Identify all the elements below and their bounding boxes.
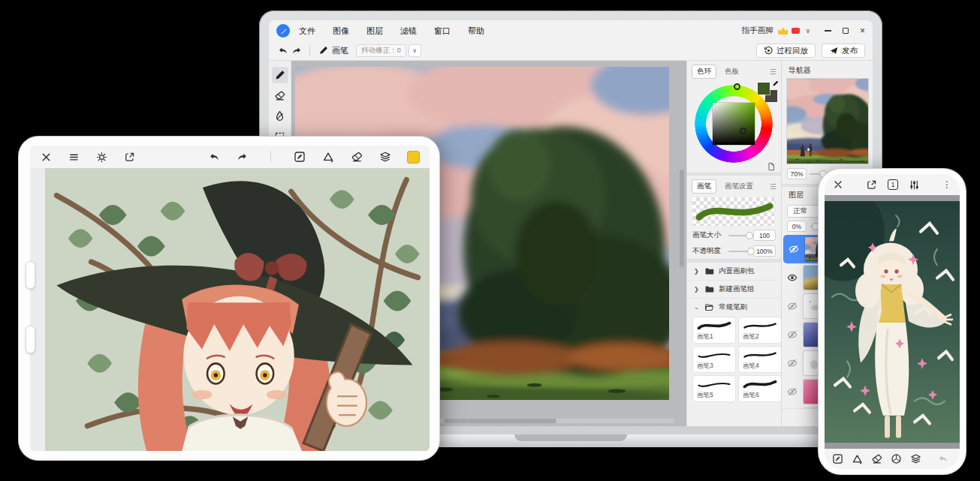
tablet-device: [19, 137, 439, 460]
hue-selector[interactable]: [734, 83, 740, 90]
canvas-gutter: [30, 168, 45, 451]
quick-toolbar: 画笔 抖动修正：0 ∨ 过程回放 发布: [269, 41, 873, 61]
toolbar-divider: [270, 152, 271, 162]
brush-opacity-slider[interactable]: [728, 251, 749, 252]
menu-window[interactable]: 窗口: [434, 26, 451, 37]
layers-icon[interactable]: [379, 151, 391, 163]
undo-icon[interactable]: [209, 152, 220, 163]
phone-bottom-toolbar: [825, 449, 960, 469]
tab-color-swatches[interactable]: 色板: [719, 65, 744, 79]
brush-card-6[interactable]: 画笔6: [739, 376, 781, 401]
current-color-swatch[interactable]: [408, 152, 419, 163]
brush-card-4[interactable]: 画笔4: [739, 347, 781, 372]
brush-card-2[interactable]: 画笔2: [739, 317, 781, 343]
shape-tool-icon[interactable]: [852, 453, 863, 464]
phone-screen: 1 ⋮: [825, 174, 960, 469]
layer-count-icon[interactable]: 1: [888, 179, 898, 190]
zoom-value[interactable]: 70%: [787, 168, 807, 179]
menu-icon[interactable]: [68, 152, 80, 163]
brush-opacity-value[interactable]: 100%: [753, 245, 776, 257]
more-menu-icon[interactable]: ⋮: [942, 179, 951, 190]
layer-opacity-value[interactable]: 0%: [787, 221, 807, 232]
export-icon[interactable]: [866, 179, 877, 191]
undo-button[interactable]: [276, 44, 290, 58]
export-icon[interactable]: [124, 152, 135, 163]
brush-group-label: 内置画刷包: [719, 266, 755, 276]
stabilizer-field[interactable]: 抖动修正：0: [356, 44, 406, 57]
brush-size-knob[interactable]: [746, 232, 753, 239]
eraser-icon[interactable]: [351, 151, 363, 163]
vertical-scroll-thumb[interactable]: [680, 170, 684, 267]
phone-artwork-girl[interactable]: [825, 201, 960, 443]
brush-group-new[interactable]: ❯ 新建画笔组: [687, 280, 781, 298]
shape-tool-icon[interactable]: [322, 151, 334, 163]
brush-size-label: 画笔大小: [692, 230, 725, 240]
tablet-screen: [30, 146, 430, 451]
brush-size-row: 画笔大小 100: [687, 227, 781, 243]
stage: 文件 图像 图层 滤镜 窗口 帮助 指手画脚 ∨ ×: [0, 0, 980, 481]
saturation-square[interactable]: [713, 103, 755, 145]
close-button[interactable]: ×: [860, 26, 865, 35]
eye-off-icon[interactable]: [785, 358, 800, 368]
eye-off-icon[interactable]: [785, 386, 800, 397]
redo-icon[interactable]: [237, 152, 248, 163]
publish-button[interactable]: 发布: [822, 44, 865, 58]
phone-top-toolbar: 1 ⋮: [825, 174, 960, 195]
layers-icon[interactable]: [910, 453, 921, 464]
brush-card-3[interactable]: 画笔3: [693, 347, 735, 372]
sv-selector[interactable]: [740, 128, 746, 134]
smudge-tool-button[interactable]: [272, 107, 288, 124]
menu-filter[interactable]: 滤镜: [400, 26, 417, 37]
eye-off-icon[interactable]: [786, 244, 801, 254]
palette-icon[interactable]: [891, 453, 902, 464]
close-icon[interactable]: [833, 179, 843, 190]
adjust-icon[interactable]: [909, 179, 920, 191]
chevron-right-icon: ❯: [694, 286, 700, 293]
brush-size-value[interactable]: 100: [753, 230, 776, 241]
brush-size-edge-slider[interactable]: [26, 261, 35, 289]
color-panel-menu-icon[interactable]: ☰: [770, 68, 776, 76]
foreground-color-swatch[interactable]: [758, 83, 770, 95]
brush-card-5[interactable]: 画笔5: [693, 376, 735, 401]
brush-group-regular[interactable]: ⌄ 常规笔刷: [687, 298, 781, 316]
phone-canvas-area[interactable]: [825, 195, 960, 449]
redo-button[interactable]: [290, 44, 303, 58]
menu-file[interactable]: 文件: [299, 26, 315, 37]
eraser-icon[interactable]: [871, 453, 882, 464]
eraser-tool-button[interactable]: [272, 87, 288, 104]
canvas-brush-icon[interactable]: [294, 151, 306, 163]
navigator-thumbnail[interactable]: [787, 79, 868, 164]
stabilizer-chevron[interactable]: ∨: [409, 44, 421, 57]
settings-icon[interactable]: [96, 152, 107, 163]
canvas-brush-icon[interactable]: [832, 453, 843, 464]
tab-brush-settings[interactable]: 画笔设置: [719, 179, 758, 194]
menu-layer[interactable]: 图层: [366, 26, 383, 37]
account-name[interactable]: 指手画脚: [741, 26, 773, 36]
maximize-button[interactable]: [843, 28, 849, 34]
color-wheel-panel: [687, 81, 781, 173]
replay-button[interactable]: 过程回放: [756, 44, 816, 58]
account-chevron-icon[interactable]: ∨: [805, 27, 810, 35]
horizontal-scroll-thumb[interactable]: [444, 419, 556, 423]
tablet-artwork-witch-girl[interactable]: [45, 168, 430, 451]
brush-tool-icon: [316, 44, 330, 58]
opacity-edge-slider[interactable]: [26, 326, 35, 353]
brush-group-builtin[interactable]: ❯ 内置画刷包: [687, 262, 781, 280]
brush-size-slider[interactable]: [728, 235, 749, 236]
eye-off-icon[interactable]: [785, 329, 800, 340]
tab-brush[interactable]: 画笔: [692, 179, 716, 194]
eye-off-icon[interactable]: [785, 301, 800, 311]
new-swatch-icon[interactable]: [767, 162, 776, 171]
brush-opacity-knob[interactable]: [747, 248, 755, 255]
close-icon[interactable]: [41, 152, 52, 163]
menu-help[interactable]: 帮助: [468, 26, 484, 37]
brush-panel-menu-icon[interactable]: ☰: [770, 182, 776, 191]
eye-icon[interactable]: [785, 272, 800, 283]
brush-tool-button[interactable]: [272, 67, 288, 83]
redo-icon[interactable]: [957, 454, 960, 464]
menu-image[interactable]: 图像: [333, 26, 349, 37]
minimize-button[interactable]: [825, 30, 831, 32]
undo-icon[interactable]: [938, 454, 948, 464]
brush-card-1[interactable]: 画笔1: [693, 317, 735, 343]
tab-color-wheel[interactable]: 色环: [692, 65, 716, 79]
